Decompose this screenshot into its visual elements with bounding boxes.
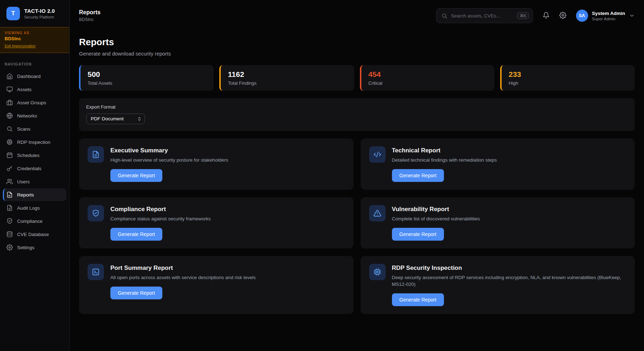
report-description: Compliance status against security frame… <box>110 216 211 222</box>
alert-triangle-icon <box>373 209 381 217</box>
sidebar-item-rdp-inspection[interactable]: RDP Inspection <box>3 136 67 148</box>
report-title: Port Summary Report <box>110 264 256 272</box>
sidebar-item-reports[interactable]: Reports <box>3 188 67 201</box>
generate-report-button[interactable]: Generate Report <box>110 228 162 241</box>
stat-value: 233 <box>509 70 628 79</box>
impersonation-banner: VIEWING AS BDSInc Exit Impersonation <box>0 27 69 53</box>
report-title: Vulnerability Report <box>392 206 480 213</box>
nav-list: DashboardAssetsAsset GroupsNetworksScans… <box>0 70 69 254</box>
users-icon <box>6 178 13 185</box>
terminal-square-icon <box>92 268 100 276</box>
user-name: System Admin <box>592 11 625 16</box>
file-text-icon <box>6 205 13 211</box>
report-title: Technical Report <box>392 147 497 154</box>
stat-card-high: 233High <box>500 65 635 91</box>
search-shortcut-badge: ⌘K <box>517 12 529 19</box>
search-placeholder: Search assets, CVEs... <box>451 13 513 19</box>
generate-report-button[interactable]: Generate Report <box>110 287 162 299</box>
avatar: SA <box>576 10 588 22</box>
sidebar-item-networks[interactable]: Networks <box>3 109 67 122</box>
export-format-select[interactable]: PDF Document <box>86 114 145 124</box>
report-card-port-summary-report: Port Summary ReportAll open ports across… <box>79 256 354 314</box>
report-icon-tile <box>88 264 104 280</box>
bell-icon <box>543 12 550 20</box>
generate-report-button[interactable]: Generate Report <box>110 169 162 182</box>
sidebar-item-label: Audit Logs <box>17 205 40 211</box>
report-card-body: Compliance ReportCompliance status again… <box>110 205 211 241</box>
user-menu[interactable]: SA System Admin Super Admin <box>576 10 635 22</box>
sidebar-item-scans[interactable]: Scans <box>3 122 67 135</box>
notifications-button[interactable] <box>543 12 550 20</box>
report-icon-tile <box>369 264 386 280</box>
sidebar-item-schedules[interactable]: Schedules <box>3 149 67 162</box>
report-card-executive-summary: Executive SummaryHigh-level overview of … <box>79 138 354 190</box>
report-card-body: Executive SummaryHigh-level overview of … <box>110 146 228 182</box>
report-description: Detailed technical findings with remedia… <box>392 157 497 164</box>
export-panel: Export Format PDF Document <box>79 98 635 131</box>
generate-report-button[interactable]: Generate Report <box>392 228 444 241</box>
sidebar-item-users[interactable]: Users <box>3 175 67 188</box>
report-card-body: Technical ReportDetailed technical findi… <box>392 146 497 182</box>
nav-section-label: NAVIGATION <box>0 53 69 70</box>
generate-report-button[interactable]: Generate Report <box>392 293 444 306</box>
monitor-icon <box>6 86 13 93</box>
stat-value: 454 <box>368 70 487 79</box>
sidebar-item-compliance[interactable]: Compliance <box>3 215 67 227</box>
sidebar-item-credentials[interactable]: Credentials <box>3 162 67 175</box>
exit-impersonation-link[interactable]: Exit Impersonation <box>5 44 36 48</box>
impersonation-org: BDSInc <box>5 36 65 41</box>
report-icon-tile <box>369 146 386 163</box>
calendar-icon <box>6 152 13 158</box>
report-title: Executive Summary <box>110 147 228 154</box>
search-icon <box>441 13 447 19</box>
shield-check-icon <box>6 218 13 224</box>
page-subtitle: Generate and download security reports <box>79 51 635 57</box>
sidebar-item-label: Scans <box>17 126 31 132</box>
gear-icon <box>559 12 566 20</box>
sidebar-item-label: Schedules <box>17 153 40 158</box>
report-icon-tile <box>369 205 386 221</box>
globe-icon <box>6 112 13 119</box>
sidebar-item-label: Reports <box>17 192 34 198</box>
brand-name: TACT-IO 2.0 <box>24 8 55 14</box>
topbar-title: Reports <box>79 9 100 16</box>
report-card-technical-report: Technical ReportDetailed technical findi… <box>361 138 635 190</box>
stat-value: 1162 <box>228 70 347 79</box>
settings-button[interactable] <box>559 12 566 20</box>
sidebar-item-dashboard[interactable]: Dashboard <box>3 70 67 83</box>
sidebar-item-asset-groups[interactable]: Asset Groups <box>3 96 67 109</box>
report-description: High-level overview of security posture … <box>110 157 228 164</box>
sidebar-item-label: Credentials <box>17 166 41 171</box>
impersonation-label: VIEWING AS <box>5 31 65 35</box>
report-card-body: RDP Security InspectionDeep security ass… <box>392 264 623 306</box>
sidebar-item-label: Assets <box>17 87 32 92</box>
content: Reports Generate and download security r… <box>70 31 644 351</box>
sidebar-item-assets[interactable]: Assets <box>3 83 67 96</box>
search-input[interactable]: Search assets, CVEs... ⌘K <box>436 8 533 23</box>
stat-card-critical: 454Critical <box>360 65 494 91</box>
sidebar-item-audit-logs[interactable]: Audit Logs <box>3 201 67 214</box>
brand: T TACT-IO 2.0 Security Platform <box>0 0 69 27</box>
report-card-body: Port Summary ReportAll open ports across… <box>110 264 256 299</box>
sidebar-item-label: Users <box>17 179 30 184</box>
sidebar-item-cve-database[interactable]: CVE Database <box>3 228 67 241</box>
sidebar-item-label: Asset Groups <box>17 100 46 105</box>
page-title: Reports <box>79 37 635 48</box>
shield-check-icon <box>92 209 100 217</box>
topbar: Reports BDSInc Search assets, CVEs... ⌘K… <box>70 0 644 31</box>
sidebar: T TACT-IO 2.0 Security Platform VIEWING … <box>0 0 70 351</box>
stat-card-total-findings: 1162Total Findings <box>219 65 354 91</box>
sidebar-item-label: RDP Inspection <box>17 140 51 145</box>
chevron-down-icon <box>629 13 635 19</box>
report-icon-tile <box>88 205 104 221</box>
file-text-icon <box>92 151 100 158</box>
stat-label: Critical <box>368 80 487 86</box>
app-root: T TACT-IO 2.0 Security Platform VIEWING … <box>0 0 644 351</box>
sidebar-item-settings[interactable]: Settings <box>3 241 67 254</box>
report-card-compliance-report: Compliance ReportCompliance status again… <box>79 197 354 248</box>
export-format-label: Export Format <box>86 104 628 110</box>
key-icon <box>6 165 13 172</box>
generate-report-button[interactable]: Generate Report <box>392 169 444 182</box>
report-title: Compliance Report <box>110 206 211 213</box>
cpu-icon <box>373 268 381 276</box>
